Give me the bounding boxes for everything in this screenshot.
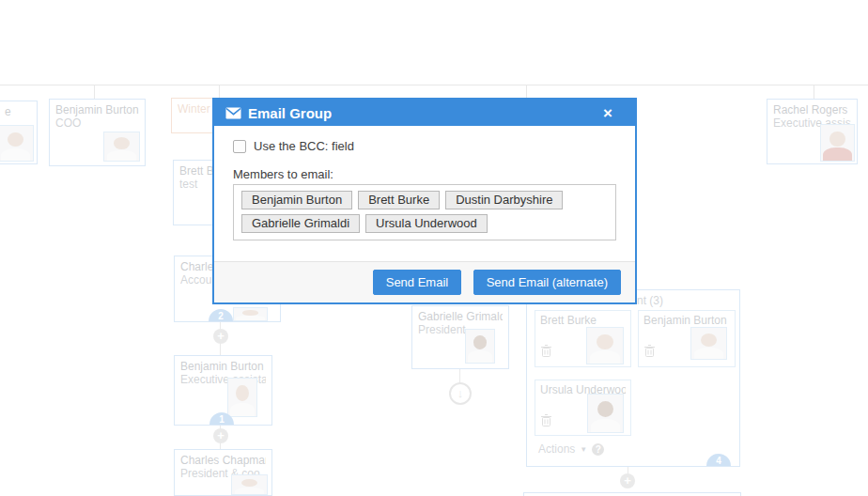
bcc-checkbox-label: Use the BCC: field [254,139,354,153]
dialog-header: Email Group × [214,100,635,126]
member-chip[interactable]: Benjamin Burton [241,191,352,209]
member-chip[interactable]: Ursula Underwood [365,214,488,233]
dialog-title: Email Group [248,105,603,121]
envelope-icon [225,107,241,119]
email-group-dialog: Email Group × Use the BCC: field Members… [212,98,637,304]
member-chip[interactable]: Gabrielle Grimaldi [241,214,360,233]
bcc-option-row: Use the BCC: field [233,139,616,153]
member-chip[interactable]: Brett Burke [358,191,440,209]
members-label: Members to email: [233,167,616,181]
bcc-checkbox[interactable] [233,140,246,153]
send-email-button[interactable]: Send Email [373,270,461,295]
close-icon[interactable]: × [603,105,612,121]
send-email-alternate-button[interactable]: Send Email (alternate) [473,270,621,295]
member-chip[interactable]: Dustin Darbyshire [445,191,563,209]
dialog-body: Use the BCC: field Members to email: Ben… [214,126,635,261]
dialog-footer: Send Email Send Email (alternate) [214,261,635,302]
app-window: e Benjamin Burton COO Winter Brett B tes… [0,0,868,496]
members-list: Benjamin BurtonBrett BurkeDustin Darbysh… [233,184,616,240]
